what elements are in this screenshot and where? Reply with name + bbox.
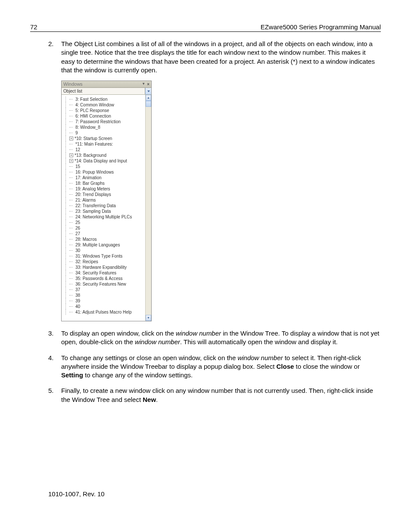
tree-item[interactable]: 28: Macros xyxy=(62,236,145,242)
tree-item[interactable]: +*14: Data Display and Input xyxy=(62,158,145,164)
tree-item[interactable]: 33: Hardware Expandibility xyxy=(62,264,145,270)
tree-item[interactable]: 40 xyxy=(62,304,145,309)
tree-item-label: 39 xyxy=(75,298,80,304)
tree-item[interactable]: 34: Security Features xyxy=(62,270,145,276)
tree-item[interactable]: 12 xyxy=(62,147,145,152)
tree-item-label: 35: Passwords & Access xyxy=(75,276,123,282)
tree-item-label: 37 xyxy=(75,287,80,293)
scroll-track[interactable] xyxy=(146,107,151,315)
tree-item-label: 22: Transferring Data xyxy=(75,203,116,209)
tree-item[interactable]: 22: Transferring Data xyxy=(62,203,145,208)
tree-item-label: *10: Startup Screen xyxy=(75,136,112,142)
tree-item-label: 26 xyxy=(75,225,80,231)
tree-item[interactable]: 21: Alarms xyxy=(62,197,145,203)
tree-item[interactable]: *11: Main Features: xyxy=(62,141,145,147)
tree-item[interactable]: 31: Windows Type Fonts xyxy=(62,253,145,259)
tree-list[interactable]: 3: Fast Selection4: Common Window5: PLC … xyxy=(62,95,145,321)
scrollbar[interactable]: ▲ ▼ xyxy=(145,95,151,321)
paragraph-text: To change any settings or close an open … xyxy=(61,354,361,379)
tree-item[interactable]: 25 xyxy=(62,220,145,225)
tree-item-label: 9 xyxy=(75,130,78,136)
page-number: 72 xyxy=(30,23,37,31)
tree-item[interactable]: 37 xyxy=(62,287,145,292)
tree-item[interactable]: 35: Passwords & Access xyxy=(62,276,145,281)
tree-item[interactable]: 26 xyxy=(62,225,145,231)
tree-item-label: 25 xyxy=(75,220,80,226)
scroll-thumb[interactable] xyxy=(146,101,151,107)
dropdown-button[interactable] xyxy=(145,88,151,94)
tree-item[interactable]: 4: Common Window xyxy=(62,102,145,108)
expand-icon[interactable]: + xyxy=(69,159,73,163)
item-number: 5. xyxy=(48,386,54,395)
tree-item[interactable]: 17: Animation xyxy=(62,175,145,180)
tree-item-label: 32: Recipes xyxy=(75,259,98,265)
tree-item[interactable]: 3: Fast Selection xyxy=(62,96,145,102)
dropdown-arrow-icon[interactable]: ▼ xyxy=(142,82,145,87)
tree-item[interactable]: 24: Networking Multiple PLCs xyxy=(62,214,145,220)
tree-item-label: 38 xyxy=(75,292,80,299)
tree-item-label: 6: HMI Connection xyxy=(75,113,111,119)
tree-item[interactable]: 15 xyxy=(62,164,145,169)
tree-item[interactable]: 20: Trend Displays xyxy=(62,192,145,197)
tree-item-label: *14: Data Display and Input xyxy=(75,158,127,164)
paragraph-text: To display an open window, click on the … xyxy=(61,330,379,345)
tree-item[interactable]: 41: Adjust Pulses Macro Help xyxy=(62,309,145,315)
item-number: 2. xyxy=(48,40,54,48)
tree-item[interactable]: 23: Sampling Data xyxy=(62,208,145,214)
list-item-3: 3. To display an open window, click on t… xyxy=(48,329,381,347)
tree-item-label: *11: Main Features: xyxy=(75,141,113,147)
panel-titlebar[interactable]: Windows ▼ × xyxy=(62,81,151,88)
tree-item[interactable]: +*13: Background xyxy=(62,152,145,158)
tree-item[interactable]: 38 xyxy=(62,292,145,298)
tree-item[interactable]: 36: Security Features New xyxy=(62,281,145,287)
expand-icon[interactable]: + xyxy=(69,137,73,140)
tree-item[interactable]: 39 xyxy=(62,298,145,304)
tree-item[interactable]: 5: PLC Response xyxy=(62,108,145,113)
tree-item[interactable]: 32: Recipes xyxy=(62,259,145,264)
list-item-2: 2. The Object List combines a list of al… xyxy=(48,40,381,321)
tree-item-label: 28: Macros xyxy=(75,236,97,243)
tree-item[interactable]: 29: Multiple Languages xyxy=(62,242,145,248)
tree-item-label: 24: Networking Multiple PLCs xyxy=(75,214,132,220)
scroll-up-icon[interactable]: ▲ xyxy=(146,95,151,101)
page-header: 72 EZware5000 Series Programming Manual xyxy=(30,23,381,32)
tree-item-label: 34: Security Features xyxy=(75,270,116,276)
tree-item-label: 15 xyxy=(75,164,80,170)
close-icon[interactable]: × xyxy=(147,81,149,87)
doc-title: EZware5000 Series Programming Manual xyxy=(261,23,381,31)
tree-item-label: 29: Multiple Languages xyxy=(75,242,120,248)
tree-item-label: 40 xyxy=(75,304,80,310)
tree-item-label: 33: Hardware Expandibility xyxy=(75,264,127,271)
list-item-4: 4. To change any settings or close an op… xyxy=(48,354,381,380)
tree-item[interactable]: 9 xyxy=(62,130,145,136)
scroll-down-icon[interactable]: ▼ xyxy=(146,315,151,321)
tree-area: 3: Fast Selection4: Common Window5: PLC … xyxy=(62,95,151,321)
expand-icon[interactable]: + xyxy=(69,153,73,157)
tree-item-label: 20: Trend Displays xyxy=(75,192,111,198)
tree-item[interactable]: 7: Password Restriction xyxy=(62,119,145,124)
tree-item-label: 3: Fast Selection xyxy=(75,96,107,103)
paragraph-text: Finally, to create a new window click on… xyxy=(61,387,373,403)
tree-item[interactable]: 27 xyxy=(62,231,145,236)
tree-item-label: 8: Window_8 xyxy=(75,124,100,131)
object-list-dropdown[interactable]: Object list xyxy=(62,88,151,95)
tree-item-label: 31: Windows Type Fonts xyxy=(75,253,122,259)
tree-item-label: 19: Analog Meters xyxy=(75,186,110,192)
tree-item[interactable]: 16: Popup Windows xyxy=(62,169,145,175)
tree-item-label: 30 xyxy=(75,248,80,254)
tree-item-label: 17: Animation xyxy=(75,175,102,181)
tree-item-label: 27 xyxy=(75,231,80,237)
chevron-down-icon xyxy=(147,90,150,92)
paragraph-text: The Object List combines a list of all o… xyxy=(61,40,375,74)
tree-item-label: *13: Background xyxy=(75,152,106,159)
tree-item[interactable]: +*10: Startup Screen xyxy=(62,136,145,141)
tree-item-label: 7: Password Restriction xyxy=(75,119,121,125)
item-number: 4. xyxy=(48,354,54,362)
tree-item-label: 18: Bar Graphs xyxy=(75,180,105,187)
tree-item[interactable]: 6: HMI Connection xyxy=(62,113,145,119)
tree-item[interactable]: 8: Window_8 xyxy=(62,124,145,130)
tree-item[interactable]: 30 xyxy=(62,248,145,253)
tree-item[interactable]: 18: Bar Graphs xyxy=(62,180,145,186)
tree-item[interactable]: 19: Analog Meters xyxy=(62,186,145,192)
tree-item-label: 21: Alarms xyxy=(75,197,96,203)
